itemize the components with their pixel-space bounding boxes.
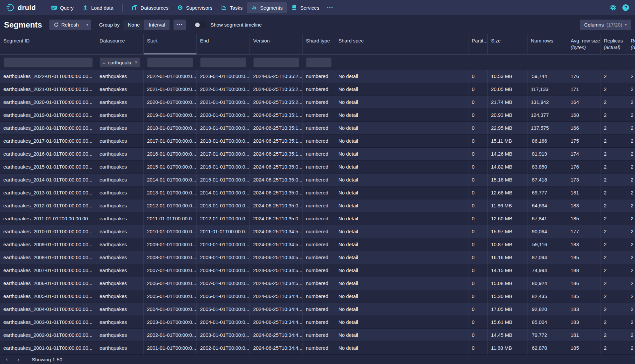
segment-row[interactable]: earthquakes_2012-01-01T00:00:00.00...ear… [0, 199, 635, 212]
column-num-rows[interactable]: Num rows [528, 34, 567, 54]
segment-row[interactable]: earthquakes_2022-01-01T00:00:00.00...ear… [0, 70, 635, 83]
filter-version-input[interactable] [253, 57, 299, 67]
segment-row[interactable]: earthquakes_2014-01-01T00:00:00.00...ear… [0, 174, 635, 186]
cell-shard-spec: No detail [335, 329, 468, 342]
column-end[interactable]: End [197, 34, 250, 54]
nav-item-label: Supervisors [186, 5, 212, 11]
cell-shard-spec: No detail [335, 212, 468, 225]
segment-row[interactable]: earthquakes_2003-01-01T00:00:00.00...ear… [0, 316, 635, 329]
segment-row[interactable]: earthquakes_2010-01-01T00:00:00.00...ear… [0, 225, 635, 238]
column-shard-spec[interactable]: Shard spec [335, 34, 468, 54]
nav-item-tasks[interactable]: Tasks [217, 2, 247, 13]
toolbar-more-button[interactable]: ••• [174, 20, 186, 30]
cell-id: earthquakes_2020-01-01T00:00:00.00... [0, 96, 96, 109]
segment-row[interactable]: earthquakes_2002-01-01T00:00:00.00...ear… [0, 329, 635, 342]
column-segment-id[interactable]: Segment ID [0, 34, 96, 54]
filter-segment-id-input[interactable] [4, 57, 93, 67]
column-version[interactable]: Version [250, 34, 303, 54]
column-datasource[interactable]: Datasource [96, 34, 144, 54]
cell-avg-row-size: 171 [567, 83, 600, 96]
cell-partition: 0 [468, 225, 488, 238]
druid-logo[interactable]: druid [5, 3, 37, 12]
cell-replicas: 2 [600, 186, 627, 199]
segment-row[interactable]: earthquakes_2015-01-01T00:00:00.00...ear… [0, 161, 635, 174]
segment-row[interactable]: earthquakes_2004-01-01T00:00:00.00...ear… [0, 303, 635, 316]
cell-size: 12.68 MB [488, 186, 528, 199]
filter-datasource-chip[interactable]: = earthquakes ✕ [100, 57, 140, 67]
columns-button[interactable]: Columns (17/20) ▾ [580, 20, 631, 30]
nav-item-services[interactable]: Services [287, 2, 324, 13]
segment-row[interactable]: earthquakes_2013-01-01T00:00:00.00...ear… [0, 186, 635, 199]
nav-item-segments[interactable]: Segments [247, 2, 287, 13]
cell-version: 2024-06-25T10:34:4... [250, 316, 303, 329]
refresh-icon [54, 22, 59, 27]
nav-item-label: Tasks [230, 5, 243, 11]
previous-page-button[interactable]: ‹ [2, 355, 12, 363]
cell-size: 14.82 MB [488, 161, 528, 174]
filter-start-input[interactable] [147, 57, 193, 67]
column-replicas[interactable]: Replicas(actual) [600, 34, 627, 54]
nav-item-label: Load data [91, 5, 113, 11]
segment-timeline-switch[interactable]: Show segment timeline [194, 22, 262, 28]
cell-datasource: earthquakes [96, 186, 144, 199]
query-icon [51, 5, 57, 11]
nav-item-load-data[interactable]: Load data [78, 2, 118, 13]
cell-replication-factor: 2 [627, 290, 635, 303]
segment-row[interactable]: earthquakes_2016-01-01T00:00:00.00...ear… [0, 148, 635, 161]
next-page-button[interactable]: › [13, 355, 23, 363]
segment-row[interactable]: earthquakes_2018-01-01T00:00:00.00...ear… [0, 122, 635, 135]
cell-avg-row-size: 164 [567, 96, 600, 109]
cell-end: 2016-01-01T00:00:0... [197, 161, 250, 174]
group-by-interval-button[interactable]: Interval [144, 20, 169, 30]
cell-version: 2024-06-25T10:35:0... [250, 161, 303, 174]
refresh-button[interactable]: Refresh [49, 20, 83, 30]
segment-row[interactable]: earthquakes_2008-01-01T00:00:00.00...ear… [0, 251, 635, 264]
segment-row[interactable]: earthquakes_2019-01-01T00:00:00.00...ear… [0, 109, 635, 122]
help-icon[interactable]: ? [622, 4, 629, 11]
segment-row[interactable]: earthquakes_2011-01-01T00:00:00.00...ear… [0, 212, 635, 225]
cell-replicas: 2 [600, 148, 627, 161]
cell-num-rows: 64,634 [528, 199, 567, 212]
nav-item-query[interactable]: Query [47, 2, 78, 13]
cell-datasource: earthquakes [96, 329, 144, 342]
cell-shard-spec: No detail [335, 135, 468, 148]
table-header-row: Segment ID Datasource Start End Version … [0, 34, 635, 55]
column-partition[interactable]: Partit... [468, 34, 488, 54]
cell-avg-row-size: 177 [567, 225, 600, 238]
segment-row[interactable]: earthquakes_2006-01-01T00:00:00.00...ear… [0, 277, 635, 290]
cell-avg-row-size: 176 [567, 161, 600, 174]
cell-version: 2024-06-25T10:35:1... [250, 122, 303, 135]
settings-gear-icon[interactable] [610, 4, 616, 11]
cell-num-rows: 82,435 [528, 290, 567, 303]
cell-replicas: 2 [600, 161, 627, 174]
cell-shard-spec: No detail [335, 238, 468, 251]
column-replication-factor[interactable]: Replication factor(desired) [627, 34, 635, 54]
close-icon[interactable]: ✕ [134, 60, 138, 65]
segment-row[interactable]: earthquakes_2001-01-01T00:00:00.00...ear… [0, 342, 635, 355]
cell-num-rows: 59,744 [528, 70, 567, 83]
filter-shard-type-input[interactable] [306, 57, 331, 67]
column-start[interactable]: Start [144, 34, 197, 54]
cell-replication-factor: 2 [627, 70, 635, 83]
cell-avg-row-size: 183 [567, 316, 600, 329]
segment-row[interactable]: earthquakes_2007-01-01T00:00:00.00...ear… [0, 264, 635, 277]
nav-item-datasources[interactable]: Datasources [127, 2, 173, 13]
filter-end-input[interactable] [200, 57, 246, 67]
cell-replicas: 2 [600, 342, 627, 355]
refresh-interval-dropdown[interactable]: ▾ [83, 20, 91, 30]
segment-row[interactable]: earthquakes_2009-01-01T00:00:00.00...ear… [0, 238, 635, 251]
column-size[interactable]: Size [488, 34, 528, 54]
cell-shard-type: numbered [303, 290, 335, 303]
cell-end: 2018-01-01T00:00:0... [197, 135, 250, 148]
segment-row[interactable]: earthquakes_2005-01-01T00:00:00.00...ear… [0, 290, 635, 303]
cell-version: 2024-06-25T10:34:4... [250, 290, 303, 303]
segment-row[interactable]: earthquakes_2020-01-01T00:00:00.00...ear… [0, 96, 635, 109]
group-by-none-button[interactable]: None [123, 20, 144, 30]
nav-more-button[interactable]: ••• [323, 3, 337, 12]
segment-row[interactable]: earthquakes_2017-01-01T00:00:00.00...ear… [0, 135, 635, 148]
nav-item-supervisors[interactable]: Supervisors [173, 2, 217, 13]
segment-row[interactable]: earthquakes_2021-01-01T00:00:00.00...ear… [0, 83, 635, 96]
column-avg-row-size[interactable]: Avg. row size(bytes) [567, 34, 600, 54]
cell-num-rows: 74,994 [528, 264, 567, 277]
column-shard-type[interactable]: Shard type [303, 34, 335, 54]
